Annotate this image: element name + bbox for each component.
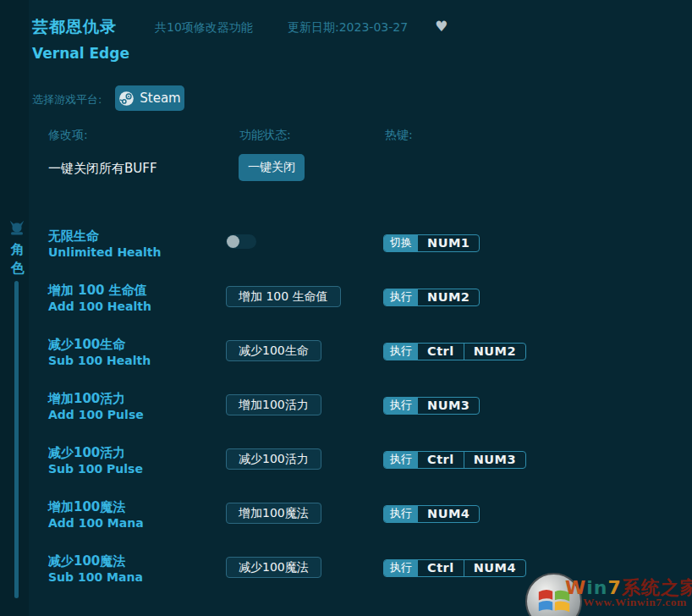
feature-count: 共10项修改器功能 [155, 20, 253, 36]
row-label-en: Sub 100 Health [48, 353, 226, 368]
heart-icon[interactable]: ♥ [435, 18, 448, 35]
hotkey-action: 执行 [384, 289, 418, 305]
sub-100-pulse-button[interactable]: 减少100活力 [226, 448, 321, 470]
steam-button-label: Steam [140, 91, 180, 106]
update-date: 更新日期:2023-03-27 [288, 20, 408, 36]
hotkey-action: 切换 [384, 235, 418, 251]
game-title-cn: 芸都恩仇录 [32, 16, 117, 38]
hotkey-pill: 执行 NUM3 [383, 397, 480, 415]
column-header-hotkey: 热键: [385, 128, 413, 143]
row-label-cn: 增加 100 生命值 [48, 283, 226, 299]
trainer-row-sub-100-health: 减少100生命 Sub 100 Health 减少100生命 执行 Ctrl N… [48, 332, 573, 386]
close-all-buff-button[interactable]: 一键关闭 [239, 154, 305, 181]
hotkey-key: NUM1 [418, 235, 479, 251]
hotkey-modifier-key: Ctrl [418, 344, 464, 360]
hotkey-pill: 执行 NUM4 [383, 505, 480, 523]
category-label-char2: 色 [9, 260, 26, 278]
hotkey-action: 执行 [384, 344, 418, 360]
row-label-en: Unlimited Health [48, 245, 226, 260]
hotkey-key: NUM4 [418, 506, 479, 522]
column-header-modifier: 修改项: [48, 128, 88, 143]
sub-100-health-button[interactable]: 减少100生命 [226, 340, 321, 361]
row-label-cn: 减少100魔法 [48, 553, 226, 569]
hotkey-key: NUM2 [418, 289, 479, 305]
platform-select-label: 选择游戏平台: [32, 92, 102, 107]
hotkey-modifier-key: Ctrl [418, 560, 464, 576]
trainer-row-sub-100-mana: 减少100魔法 Sub 100 Mana 减少100魔法 执行 Ctrl NUM… [48, 548, 573, 602]
trainer-rows: 无限生命 Unlimited Health 切换 NUM1 增加 100 生命值… [48, 223, 573, 602]
hotkey-action: 执行 [384, 452, 418, 468]
hotkey-pill: 执行 Ctrl NUM4 [383, 559, 526, 577]
hotkey-pill: 切换 NUM1 [383, 234, 480, 252]
hotkey-key: NUM3 [418, 398, 479, 414]
trainer-row-unlimited-health: 无限生命 Unlimited Health 切换 NUM1 [48, 223, 573, 278]
trainer-row-sub-100-pulse: 减少100活力 Sub 100 Pulse 减少100活力 执行 Ctrl NU… [48, 440, 573, 494]
toggle-knob [227, 235, 239, 248]
hotkey-action: 执行 [384, 398, 418, 414]
trainer-row-add-100-health: 增加 100 生命值 Add 100 Health 增加 100 生命值 执行 … [48, 278, 573, 332]
hotkey-pill: 执行 NUM2 [383, 289, 480, 306]
hotkey-key: NUM2 [464, 344, 525, 360]
row-label-en: Sub 100 Pulse [48, 461, 226, 476]
row-label-en: Add 100 Health [48, 299, 226, 314]
category-section-track [14, 281, 19, 598]
hotkey-modifier-key: Ctrl [418, 452, 464, 468]
watermark-site-url: Www.Winwin7.com [583, 596, 687, 609]
add-100-mana-button[interactable]: 增加100魔法 [226, 503, 321, 524]
hotkey-key: NUM4 [464, 560, 525, 576]
add-100-pulse-button[interactable]: 增加100活力 [226, 394, 321, 415]
hotkey-pill: 执行 Ctrl NUM2 [383, 343, 526, 360]
row-label-en: Add 100 Pulse [48, 407, 226, 422]
row-label-en: Add 100 Mana [48, 515, 226, 531]
sub-100-mana-button[interactable]: 减少100魔法 [226, 557, 321, 578]
close-all-buff-label: 一键关闭所有BUFF [48, 161, 157, 177]
row-label-cn: 减少100活力 [48, 445, 226, 461]
row-label-cn: 增加100活力 [48, 391, 226, 407]
hotkey-key: NUM3 [464, 452, 525, 468]
add-100-health-button[interactable]: 增加 100 生命值 [226, 286, 341, 307]
trainer-row-add-100-pulse: 增加100活力 Add 100 Pulse 增加100活力 执行 NUM3 [48, 386, 573, 440]
hotkey-action: 执行 [384, 560, 418, 576]
row-label-cn: 增加100魔法 [48, 499, 226, 515]
hotkey-pill: 执行 Ctrl NUM3 [383, 451, 526, 469]
trainer-row-add-100-mana: 增加100魔法 Add 100 Mana 增加100魔法 执行 NUM4 [48, 494, 573, 548]
column-header-status: 功能状态: [239, 128, 291, 143]
unlimited-health-toggle[interactable] [226, 234, 256, 249]
steam-platform-button[interactable]: Steam [115, 85, 184, 111]
steam-icon [118, 91, 135, 107]
game-title-en: Vernal Edge [32, 45, 129, 62]
category-label-char1: 角 [9, 241, 26, 259]
character-category-icon [8, 219, 26, 238]
hotkey-action: 执行 [384, 506, 418, 522]
row-label-cn: 减少100生命 [48, 337, 226, 353]
row-label-en: Sub 100 Mana [48, 569, 226, 585]
row-label-cn: 无限生命 [48, 228, 226, 245]
